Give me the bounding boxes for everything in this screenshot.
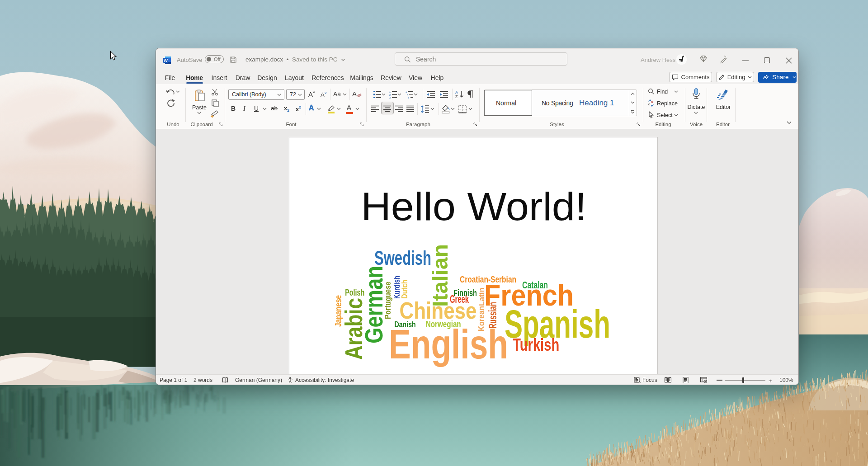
svg-text:Portuguese: Portuguese [383,282,392,319]
svg-text:c: c [648,103,650,106]
svg-text:Swedish: Swedish [374,247,431,269]
svg-text:Japanese: Japanese [333,295,343,327]
svg-text:Arabic: Arabic [340,298,367,360]
svg-text:Korean: Korean [477,306,486,331]
svg-text:Z: Z [455,94,458,99]
svg-text:i: i [408,96,409,99]
svg-text:Italian: Italian [428,244,452,307]
svg-text:a: a [407,93,409,96]
svg-text:Latin: Latin [478,287,486,306]
svg-text:A: A [455,90,458,94]
svg-text:3: 3 [389,96,391,99]
svg-text:1: 1 [406,90,407,93]
svg-text:W: W [164,58,168,63]
svg-text:2: 2 [389,94,391,96]
svg-text:Dutch: Dutch [400,280,409,299]
svg-text:Russian: Russian [486,302,499,329]
svg-text:b: b [651,100,653,104]
svg-text:Turkish: Turkish [513,335,559,354]
svg-text:1: 1 [389,90,391,93]
